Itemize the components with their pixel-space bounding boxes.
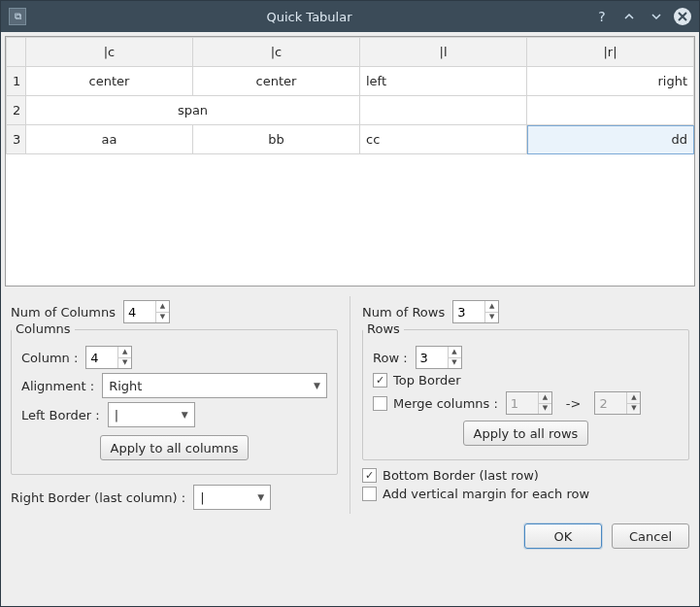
table-cell[interactable]: span	[26, 96, 360, 125]
spin-up-icon[interactable]: ▲	[118, 347, 131, 358]
chevron-down-icon: ▼	[314, 381, 320, 390]
table-cell[interactable]: dd	[527, 125, 694, 154]
checkbox-icon: ✓	[373, 373, 387, 388]
row-header[interactable]: 3	[7, 125, 26, 154]
spin-down-icon[interactable]: ▼	[627, 404, 640, 415]
spin-up-icon[interactable]: ▲	[627, 392, 640, 404]
table-cell[interactable]: bb	[193, 125, 360, 154]
app-icon: ⧉	[9, 8, 26, 25]
alignment-value: Right	[109, 379, 142, 393]
vertical-separator	[350, 296, 350, 514]
merge-from-input[interactable]	[507, 392, 538, 414]
column-label: Column :	[21, 351, 78, 365]
table-preview[interactable]: |c|c|l|r|1centercenterleftright2span3aab…	[5, 36, 695, 287]
vmargin-check[interactable]: Add vertical margin for each row	[362, 487, 589, 501]
columns-group: Columns Column : ▲▼ Alignment : Right ▼	[11, 329, 338, 475]
checkbox-icon	[373, 396, 387, 411]
merge-from-spin[interactable]: ▲▼	[506, 391, 552, 415]
rows-group-title: Rows	[363, 321, 404, 336]
spin-up-icon[interactable]: ▲	[156, 301, 169, 313]
rows-group: Rows Row : ▲▼ ✓ Top Border	[362, 329, 689, 460]
top-border-label: Top Border	[393, 373, 461, 388]
cancel-button[interactable]: Cancel	[612, 523, 689, 549]
alignment-label: Alignment :	[21, 379, 94, 393]
titlebar: ⧉ Quick Tabular ?	[1, 1, 699, 32]
chevron-down-icon: ▼	[182, 410, 188, 420]
spin-down-icon[interactable]: ▼	[485, 313, 498, 323]
checkbox-icon: ✓	[362, 468, 377, 483]
table-cell[interactable]	[360, 96, 527, 125]
num-columns-spin[interactable]: ▲▼	[123, 300, 170, 323]
apply-all-rows-button[interactable]: Apply to all rows	[463, 421, 589, 446]
spin-up-icon[interactable]: ▲	[539, 392, 551, 404]
top-border-check[interactable]: ✓ Top Border	[373, 373, 461, 388]
table-cell[interactable]: right	[527, 67, 694, 96]
merge-columns-check[interactable]: Merge columns :	[373, 396, 498, 411]
chevron-down-icon: ▼	[257, 492, 264, 502]
apply-all-columns-button[interactable]: Apply to all columns	[100, 435, 250, 460]
minimize-icon[interactable]	[619, 7, 639, 26]
ok-button[interactable]: OK	[524, 523, 602, 549]
row-label: Row :	[373, 351, 408, 365]
merge-columns-label: Merge columns :	[393, 396, 498, 411]
num-rows-input[interactable]	[453, 301, 484, 322]
column-spin[interactable]: ▲▼	[85, 346, 132, 369]
alignment-combo[interactable]: Right ▼	[102, 373, 327, 398]
merge-to-input[interactable]	[595, 392, 626, 414]
window-title: Quick Tabular	[34, 10, 584, 24]
spin-down-icon[interactable]: ▼	[118, 358, 131, 369]
row-header[interactable]: 2	[7, 96, 26, 125]
maximize-icon[interactable]	[647, 7, 666, 26]
col-header[interactable]: |r|	[527, 38, 694, 67]
left-border-label: Left Border :	[21, 408, 100, 422]
num-rows-label: Num of Rows	[362, 305, 445, 320]
table-cell[interactable]: center	[26, 67, 193, 96]
row-input[interactable]	[417, 347, 448, 368]
spin-down-icon[interactable]: ▼	[156, 313, 169, 323]
grid-corner	[7, 38, 26, 67]
vmargin-label: Add vertical margin for each row	[383, 487, 589, 501]
button-bar: OK Cancel	[5, 518, 695, 551]
num-columns-input[interactable]	[124, 301, 155, 322]
left-border-combo[interactable]: | ▼	[108, 402, 195, 427]
col-header[interactable]: |c	[193, 38, 360, 67]
columns-group-title: Columns	[12, 321, 75, 336]
bottom-border-check[interactable]: ✓ Bottom Border (last row)	[362, 468, 539, 483]
right-border-label: Right Border (last column) :	[11, 490, 185, 505]
merge-to-spin[interactable]: ▲▼	[594, 391, 641, 415]
spin-down-icon[interactable]: ▼	[449, 358, 461, 369]
col-header[interactable]: |l	[360, 38, 527, 67]
table-cell[interactable]: left	[360, 67, 527, 96]
bottom-border-label: Bottom Border (last row)	[383, 468, 539, 483]
num-rows-spin[interactable]: ▲▼	[452, 300, 499, 323]
close-icon[interactable]	[674, 8, 691, 25]
row-spin[interactable]: ▲▼	[416, 346, 462, 369]
checkbox-icon	[362, 487, 377, 501]
left-border-value: |	[115, 408, 118, 422]
column-input[interactable]	[86, 347, 117, 368]
right-border-value: |	[200, 490, 204, 505]
table-cell[interactable]: center	[193, 67, 360, 96]
help-icon[interactable]: ?	[592, 7, 612, 26]
table-cell[interactable]	[527, 96, 694, 125]
num-columns-label: Num of Columns	[11, 305, 116, 320]
right-border-combo[interactable]: | ▼	[193, 485, 271, 510]
spin-up-icon[interactable]: ▲	[449, 347, 461, 358]
spin-down-icon[interactable]: ▼	[539, 404, 551, 415]
row-header[interactable]: 1	[7, 67, 26, 96]
spin-up-icon[interactable]: ▲	[485, 301, 498, 313]
merge-arrow-label: ->	[560, 396, 587, 411]
table-cell[interactable]: aa	[26, 125, 193, 154]
table-cell[interactable]: cc	[360, 125, 527, 154]
col-header[interactable]: |c	[26, 38, 193, 67]
